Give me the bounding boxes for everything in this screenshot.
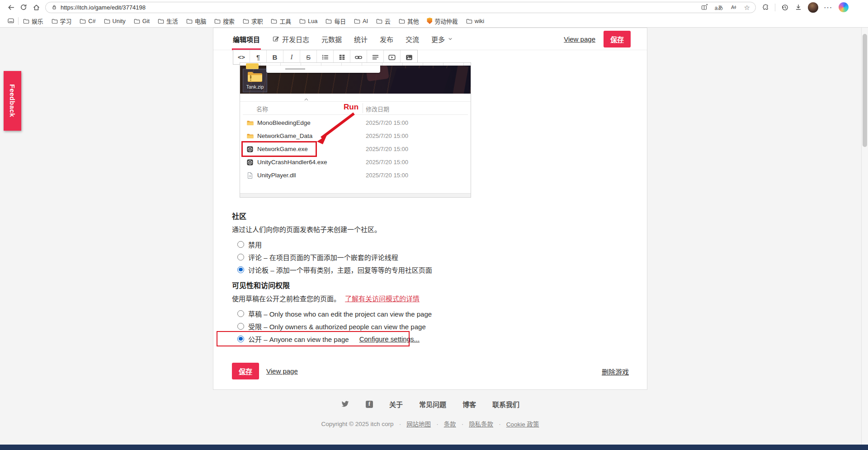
zip-file-label: Tank.zip — [246, 84, 264, 90]
access-mode-learn-more-link[interactable]: 了解有关访问模式的详情 — [345, 295, 420, 303]
bookmark-item[interactable]: 搜索 — [211, 15, 238, 27]
radio-button[interactable] — [237, 254, 244, 261]
bookmark-item[interactable]: 生活 — [154, 15, 182, 27]
tab-interact[interactable]: 交流 — [406, 28, 419, 50]
community-option-discussion-board[interactable]: 讨论板 – 添加一个带有类别，主题，回复等等的专用社区页面 — [232, 263, 432, 276]
view-page-link[interactable]: View page — [266, 367, 298, 375]
folder-icon — [271, 18, 277, 24]
bookmark-item[interactable]: 每日 — [322, 15, 349, 27]
file-row: MonoBleedingEdge 2025/7/20 15:00 — [240, 116, 471, 129]
refresh-button[interactable] — [17, 1, 30, 13]
browser-menu-icon[interactable]: ··· — [824, 4, 833, 11]
tab-devlog[interactable]: 开发日志 — [272, 28, 309, 50]
bookmark-item[interactable]: AI — [350, 16, 372, 26]
save-button[interactable]: 保存 — [232, 363, 259, 379]
scrollbar-thumb[interactable] — [863, 34, 867, 147]
bookmark-item[interactable]: 求职 — [239, 15, 267, 27]
folder-icon — [299, 18, 306, 24]
menu-text-fragment — [285, 68, 305, 70]
downloads-icon[interactable] — [795, 4, 802, 11]
footer-contact-link[interactable]: 联系我们 — [492, 399, 519, 409]
favorite-star-icon[interactable]: ☆ — [744, 4, 750, 11]
visibility-option-draft[interactable]: 草稿 – Only those who can edit the project… — [232, 307, 432, 320]
configure-settings-link[interactable]: Configure settings... — [359, 335, 420, 343]
terms-link[interactable]: 条款 — [444, 419, 456, 428]
column-header-date: 修改日期 — [366, 104, 389, 113]
radio-button-selected[interactable] — [237, 266, 244, 273]
file-date: 2025/7/20 15:00 — [366, 146, 408, 152]
folder-icon — [466, 18, 472, 24]
explorer-status-strip — [240, 193, 471, 197]
page-scrollbar[interactable] — [861, 28, 868, 445]
bookmark-item[interactable]: 工具 — [267, 15, 295, 27]
back-button[interactable] — [5, 1, 17, 13]
folder-icon — [354, 18, 360, 24]
bookmark-item[interactable]: C# — [76, 16, 99, 26]
folder-icon — [326, 18, 332, 24]
bookmark-item[interactable]: 电脑 — [183, 15, 210, 27]
address-bar[interactable]: https://itch.io/game/edit/3774198 aあ A ☆ — [45, 2, 756, 13]
sitemap-link[interactable]: 网站地图 — [406, 419, 431, 428]
visibility-option-public[interactable]: 公开 – Anyone can view the page Configure … — [232, 332, 432, 345]
bookmark-item[interactable]: wiki — [462, 16, 488, 26]
copilot-icon[interactable] — [839, 2, 849, 12]
bookmark-item[interactable]: 劳动仲裁 — [423, 15, 461, 27]
community-option-comments[interactable]: 评论 – 在项目页面的下面添加一个嵌套的评论线程 — [232, 251, 432, 263]
split-screen-icon[interactable] — [701, 4, 708, 11]
dll-file-icon — [246, 172, 254, 179]
footer-faq-link[interactable]: 常见问题 — [419, 399, 446, 409]
option-label: 公开 – Anyone can view the page — [248, 334, 349, 344]
bookmark-item[interactable]: 云 — [373, 15, 394, 27]
history-icon[interactable] — [781, 4, 789, 11]
tab-label: 编辑项目 — [233, 34, 260, 44]
bookmark-label: Unity — [113, 18, 126, 24]
radio-button-selected[interactable] — [237, 336, 244, 342]
visibility-option-restricted[interactable]: 受限 – Only owners & authorized people can… — [232, 320, 432, 332]
visibility-section: 可见性和访问权限 使用草稿在公开之前检查您的页面。了解有关访问模式的详情 草稿 … — [232, 279, 432, 345]
community-option-disabled[interactable]: 禁用 — [232, 238, 432, 251]
radio-button[interactable] — [237, 241, 244, 248]
cookie-policy-link[interactable]: Cookie 政策 — [506, 419, 539, 428]
zip-file-selection: Tank.zip — [243, 69, 267, 92]
bookmark-label: 娱乐 — [32, 17, 43, 25]
file-row: NetworkGame_Data 2025/7/20 15:00 — [240, 129, 471, 142]
translate-icon[interactable]: aあ — [715, 4, 723, 11]
tab-metadata[interactable]: 元数据 — [321, 28, 342, 50]
view-page-link-top[interactable]: View page — [564, 35, 595, 43]
profile-avatar[interactable] — [808, 2, 818, 13]
bookmark-item[interactable]: 学习 — [48, 15, 75, 27]
bookmark-label: Lua — [308, 18, 317, 24]
bookmark-item[interactable]: 其他 — [395, 15, 423, 27]
read-aloud-icon[interactable]: A — [730, 4, 737, 11]
extensions-icon[interactable] — [761, 4, 769, 11]
tab-distribute[interactable]: 发布 — [380, 28, 393, 50]
copyright-text: Copyright © 2025 itch corp — [321, 421, 394, 427]
option-label: 禁用 — [248, 240, 262, 249]
facebook-icon[interactable]: f — [366, 401, 373, 408]
privacy-link[interactable]: 隐私条款 — [469, 419, 493, 428]
bookmark-item[interactable]: Git — [130, 16, 153, 26]
radio-button[interactable] — [237, 310, 244, 317]
home-button[interactable] — [30, 1, 42, 13]
tab-more[interactable]: 更多 — [431, 28, 453, 50]
workspaces-icon[interactable] — [5, 15, 17, 27]
red-annotation-box — [241, 141, 317, 157]
bookmark-item[interactable]: Lua — [296, 16, 321, 26]
feedback-tab[interactable]: Feedback — [4, 71, 21, 131]
twitter-icon[interactable] — [341, 401, 349, 408]
bookmark-item[interactable]: Unity — [100, 16, 129, 26]
context-menu-fragment — [266, 66, 380, 73]
tab-edit-project[interactable]: 编辑项目 — [233, 28, 260, 50]
visibility-description: 使用草稿在公开之前检查您的页面。 — [232, 295, 340, 303]
bookmark-item[interactable]: 娱乐 — [19, 15, 47, 27]
tab-analytics[interactable]: 统计 — [354, 28, 368, 50]
footer-blog-link[interactable]: 博客 — [462, 399, 476, 409]
delete-game-link[interactable]: 删除游戏 — [602, 367, 629, 376]
folder-icon — [214, 18, 221, 24]
save-button-top[interactable]: 保存 — [604, 31, 631, 47]
separator-dot: · — [399, 421, 401, 427]
footer-about-link[interactable]: 关于 — [389, 399, 403, 409]
separator-dot: · — [462, 421, 464, 427]
file-date: 2025/7/20 15:00 — [366, 172, 408, 179]
radio-button[interactable] — [237, 323, 244, 330]
